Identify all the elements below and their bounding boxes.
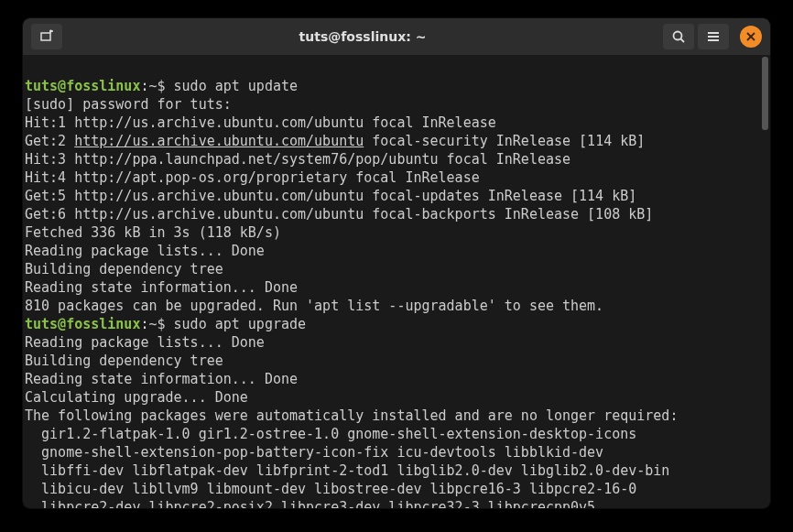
terminal-line: Hit:1 http://us.archive.ubuntu.com/ubunt… <box>25 114 496 131</box>
svg-rect-0 <box>41 33 50 40</box>
new-tab-button[interactable] <box>31 24 62 49</box>
terminal-line: 810 packages can be upgraded. Run 'apt l… <box>25 298 603 314</box>
titlebar-right <box>663 24 765 49</box>
prompt-path: ~ <box>148 78 157 94</box>
terminal-line: libicu-dev libllvm9 libmount-dev libostr… <box>25 481 636 497</box>
command-text: sudo apt upgrade <box>174 316 307 332</box>
scrollbar-thumb[interactable] <box>762 57 768 130</box>
terminal-line: gnome-shell-extension-pop-battery-icon-f… <box>25 444 603 461</box>
titlebar-left <box>28 24 62 49</box>
terminal-line: Building dependency tree <box>25 261 281 277</box>
prompt-path: ~ <box>148 316 157 332</box>
command-text: sudo apt update <box>174 78 298 94</box>
titlebar: tuts@fosslinux: ~ <box>23 18 770 55</box>
terminal-line: Calculating upgrade... Done <box>25 389 248 406</box>
prompt-dollar: $ <box>158 316 174 332</box>
terminal-line: Hit:3 http://ppa.launchpad.net/system76/… <box>25 151 570 168</box>
svg-point-1 <box>674 32 682 40</box>
menu-button[interactable] <box>698 24 729 49</box>
search-icon <box>672 30 685 43</box>
terminal-line: gir1.2-flatpak-1.0 gir1.2-ostree-1.0 gno… <box>25 426 636 442</box>
terminal-line: Get:2 http://us.archive.ubuntu.com/ubunt… <box>25 133 645 149</box>
terminal-line: Building dependency tree <box>25 353 281 369</box>
window-title: tuts@fosslinux: ~ <box>62 29 663 44</box>
close-icon <box>746 32 755 41</box>
terminal-window: tuts@fosslinux: ~ <box>23 18 770 508</box>
terminal-line: Reading package lists... Done <box>25 243 265 259</box>
url-link[interactable]: http://us.archive.ubuntu.com/ubuntu <box>74 133 364 149</box>
new-tab-icon <box>39 29 54 44</box>
terminal-line: Hit:4 http://apt.pop-os.org/proprietary … <box>25 169 480 186</box>
close-button[interactable] <box>740 26 762 48</box>
terminal-line: Fetched 336 kB in 3s (118 kB/s) <box>25 224 281 241</box>
prompt-user-host: tuts@fosslinux <box>25 78 140 94</box>
terminal-line: tuts@fosslinux:~$ sudo apt upgrade <box>25 316 306 332</box>
terminal-line: The following packages were automaticall… <box>25 407 678 424</box>
search-button[interactable] <box>663 24 694 49</box>
terminal-line: Reading package lists... Done <box>25 334 265 351</box>
svg-line-2 <box>681 39 685 43</box>
prompt-user-host: tuts@fosslinux <box>25 316 140 332</box>
terminal-line: Get:5 http://us.archive.ubuntu.com/ubunt… <box>25 188 636 204</box>
terminal-line: [sudo] password for tuts: <box>25 96 240 113</box>
terminal-line: Reading state information... Done <box>25 371 298 387</box>
prompt-dollar: $ <box>158 78 174 94</box>
hamburger-icon <box>707 30 720 43</box>
terminal-line: Get:6 http://us.archive.ubuntu.com/ubunt… <box>25 206 653 223</box>
terminal-line: Reading state information... Done <box>25 279 298 296</box>
terminal-line: libffi-dev libflatpak-dev libfprint-2-to… <box>25 462 669 479</box>
terminal-line: tuts@fosslinux:~$ sudo apt update <box>25 78 298 94</box>
terminal-output[interactable]: tuts@fosslinux:~$ sudo apt update [sudo]… <box>23 55 770 508</box>
terminal-line: libpcre2-dev libpcre2-posix2 libpcre3-de… <box>25 499 595 508</box>
